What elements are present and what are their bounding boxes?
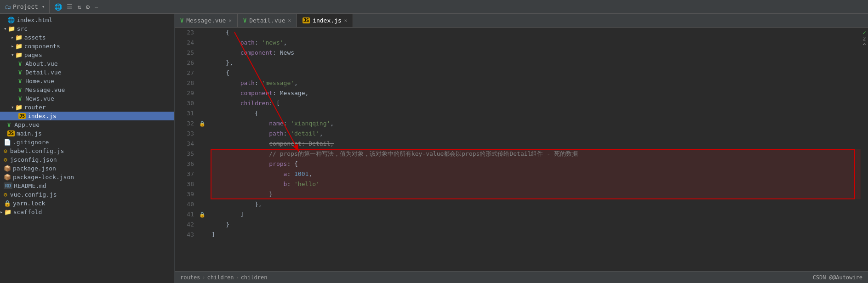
code-editor[interactable]: { path: 'news', component: News }, [207, 28, 861, 240]
main-layout: 🌐 index.html ▾ 📁 src ▸ 📁 assets ▸ 📁 comp… [0, 14, 868, 283]
tab-label: Message.vue [186, 17, 226, 24]
close-icon[interactable]: ✕ [228, 17, 232, 23]
globe-icon[interactable]: 🌐 [54, 3, 62, 11]
line-num-32: 32 [175, 119, 194, 129]
package-file-icon: 📦 [4, 165, 11, 172]
js-file-icon: JS [7, 130, 15, 136]
tab-message-vue[interactable]: V Message.vue ✕ [175, 14, 238, 27]
code-line-41: ] [211, 209, 861, 220]
line-num-27: 27 [175, 68, 194, 78]
folder-icon: 📁 [8, 25, 15, 32]
code-line-31: { [211, 108, 861, 119]
sidebar-item-index-html[interactable]: 🌐 index.html [0, 16, 174, 24]
top-bar-actions: 🌐 ☰ ⇅ ⚙ − [50, 3, 103, 11]
line-num-25: 25 [175, 48, 194, 58]
code-line-29: component: Message, [211, 88, 861, 98]
project-label-text: Project [13, 3, 38, 10]
sidebar-item-index-js[interactable]: JS index.js [0, 112, 174, 120]
sidebar-item-scaffold[interactable]: ▸ 📁 scaffold [0, 208, 174, 216]
sidebar-item-assets[interactable]: ▸ 📁 assets [0, 33, 174, 42]
sidebar-item-yarn-lock[interactable]: 🔒 yarn.lock [0, 199, 174, 208]
folder-icon: 📁 [15, 51, 23, 58]
breadcrumb-routes: routes [180, 274, 200, 281]
sidebar-item-news-vue[interactable]: V News.vue [0, 94, 174, 103]
top-bar: 🗂 Project ▾ 🌐 ☰ ⇅ ⚙ − [0, 0, 868, 14]
chevron-right-icon: ▸ [11, 43, 14, 49]
breadcrumb-children-2: children [241, 274, 268, 281]
sidebar-item-babel-config[interactable]: ⚙ babel.config.js [0, 147, 174, 155]
sidebar-item-label: News.vue [25, 95, 54, 102]
chevron-down-icon: ▾ [11, 104, 14, 110]
sidebar-item-package-lock[interactable]: 📦 package-lock.json [0, 173, 174, 181]
code-line-27: { [211, 68, 861, 78]
sidebar-item-label: vue.config.js [10, 191, 57, 198]
check-count: 2 [863, 36, 866, 42]
sidebar-item-package-json[interactable]: 📦 package.json [0, 164, 174, 173]
breadcrumb: routes › children › children [180, 274, 267, 281]
sidebar-item-readme[interactable]: RD README.md [0, 181, 174, 190]
line-num-31: 31 [175, 108, 194, 119]
sidebar-item-about-vue[interactable]: V About.vue [0, 59, 174, 68]
line-num-38: 38 [175, 179, 194, 189]
code-line-40: }, [211, 199, 861, 209]
tab-detail-vue[interactable]: V Detail.vue ✕ [238, 14, 297, 27]
status-right: CSDN @@Autowire [813, 274, 862, 281]
vue-file-icon: V [18, 61, 22, 67]
sidebar-item-label: package-lock.json [13, 174, 74, 181]
sidebar-item-label: Detail.vue [25, 69, 61, 76]
vue-tab-icon: V [180, 17, 183, 24]
project-dropdown-icon[interactable]: ▾ [42, 4, 45, 10]
list-icon[interactable]: ☰ [67, 3, 73, 11]
sidebar-item-label: README.md [14, 182, 46, 189]
scroll-indicators: ✓ 2 ^ [861, 28, 868, 271]
sidebar-item-message-vue[interactable]: V Message.vue [0, 85, 174, 94]
code-container: 23 24 25 26 27 28 29 30 31 32 33 34 35 3… [175, 28, 868, 271]
config-file-icon: ⚙ [4, 147, 7, 154]
html-file-icon: 🌐 [7, 17, 15, 23]
editor-tabs: V Message.vue ✕ V Detail.vue ✕ JS index.… [175, 14, 868, 28]
line-num-41: 41 [175, 209, 194, 220]
sidebar-item-vue-config[interactable]: ⚙ vue.config.js [0, 190, 174, 199]
sidebar-item-label: pages [24, 51, 42, 58]
close-icon[interactable]: ✕ [344, 17, 348, 23]
sidebar-item-pages[interactable]: ▾ 📁 pages [0, 51, 174, 59]
sidebar-item-components[interactable]: ▸ 📁 components [0, 42, 174, 51]
code-line-36: props: { [211, 159, 861, 169]
sidebar-item-label: main.js [17, 130, 42, 137]
code-line-34: component: Detail, [211, 139, 861, 149]
close-icon[interactable]: ✕ [288, 17, 291, 23]
line-numbers: 23 24 25 26 27 28 29 30 31 32 33 34 35 3… [175, 28, 198, 271]
tab-index-js[interactable]: JS index.js ✕ [297, 14, 353, 27]
sidebar-item-jsconfig[interactable]: ⚙ jsconfig.json [0, 155, 174, 164]
sidebar-item-label: scaffold [13, 209, 42, 215]
project-panel-header: 🗂 Project ▾ [0, 0, 50, 13]
sidebar-item-src[interactable]: ▾ 📁 src [0, 24, 174, 33]
sort-icon[interactable]: ⇅ [77, 3, 81, 11]
check-mark-icon: ✓ [862, 29, 866, 36]
js-tab-icon: JS [303, 17, 310, 23]
file-tree: 🌐 index.html ▾ 📁 src ▸ 📁 assets ▸ 📁 comp… [0, 14, 174, 218]
gear-icon[interactable]: ⚙ [86, 3, 90, 11]
config-file-icon: ⚙ [4, 191, 7, 198]
sidebar-item-router[interactable]: ▾ 📁 router [0, 103, 174, 112]
sidebar-item-label: .gitignore [13, 139, 49, 146]
vue-tab-icon: V [243, 17, 246, 24]
minus-icon[interactable]: − [94, 3, 98, 11]
sidebar-item-gitignore[interactable]: 📄 .gitignore [0, 138, 174, 147]
folder-icon: 📁 [15, 34, 23, 41]
sidebar-item-app-vue[interactable]: V App.vue [0, 120, 174, 129]
lock-gutter-icon: 🔒 [199, 121, 206, 127]
sidebar-item-label: Home.vue [25, 78, 54, 85]
chevron-up-icon[interactable]: ^ [862, 43, 866, 49]
code-line-35: // props的第一种写法，值为对象，该对象中的所有key-value都会以p… [211, 149, 861, 159]
sidebar-item-detail-vue[interactable]: V Detail.vue [0, 68, 174, 77]
line-num-34: 34 [175, 139, 194, 149]
line-num-43: 43 [175, 230, 194, 240]
tab-label: index.js [313, 17, 342, 24]
sidebar-item-main-js[interactable]: JS main.js [0, 129, 174, 138]
sidebar-item-label: About.vue [25, 60, 57, 67]
line-num-30: 30 [175, 98, 194, 108]
sidebar-item-home-vue[interactable]: V Home.vue [0, 77, 174, 85]
line-num-42: 42 [175, 220, 194, 230]
sidebar-item-label: src [17, 25, 28, 32]
